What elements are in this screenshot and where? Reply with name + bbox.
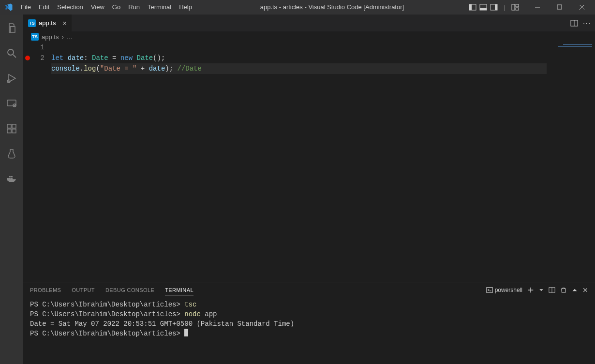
- menu-view[interactable]: View: [87, 0, 108, 15]
- svg-rect-27: [9, 176, 11, 177]
- menu-terminal[interactable]: Terminal: [144, 0, 175, 15]
- menu-selection[interactable]: Selection: [53, 0, 87, 15]
- layout-controls: |: [468, 3, 520, 12]
- code-token: //Date: [178, 65, 202, 73]
- svg-rect-22: [12, 129, 16, 133]
- panel-tab-output[interactable]: OUTPUT: [72, 285, 95, 295]
- line-number: 2: [32, 53, 45, 63]
- breakpoint-gutter[interactable]: [23, 42, 32, 282]
- menu-edit[interactable]: Edit: [35, 0, 53, 15]
- panel-tab-problems[interactable]: PROBLEMS: [30, 285, 61, 295]
- testing-icon[interactable]: [0, 144, 23, 163]
- code-token: let: [51, 54, 63, 62]
- line-number: 1: [32, 42, 45, 53]
- svg-rect-5: [495, 4, 497, 10]
- title-bar: File Edit Selection View Go Run Terminal…: [0, 0, 595, 15]
- minimap[interactable]: [547, 42, 595, 282]
- tab-label: app.ts: [39, 19, 56, 27]
- layout-right-icon[interactable]: [490, 3, 498, 12]
- code-token: Date: [92, 54, 108, 62]
- svg-rect-10: [557, 5, 562, 9]
- new-terminal-button[interactable]: [527, 287, 534, 293]
- split-editor-icon[interactable]: [570, 19, 578, 27]
- split-terminal-dropdown-icon[interactable]: [539, 288, 544, 292]
- menu-bar: File Edit Selection View Go Run Terminal…: [17, 0, 196, 15]
- code-token: date: [149, 65, 165, 73]
- svg-rect-26: [11, 178, 13, 179]
- panel-tab-debug[interactable]: DEBUG CONSOLE: [105, 285, 154, 295]
- terminal-shell-selector[interactable]: powershell: [486, 287, 522, 293]
- terminal-line: PS C:\Users\Ibrahim\Desktop\articles> ts…: [30, 301, 196, 308]
- window-title: app.ts - articles - Visual Studio Code […: [196, 0, 468, 15]
- menu-run[interactable]: Run: [124, 0, 144, 15]
- code-token: =: [108, 54, 120, 62]
- breadcrumb-tail: …: [67, 33, 73, 41]
- svg-rect-24: [7, 178, 9, 179]
- more-actions-icon[interactable]: ···: [583, 19, 591, 27]
- code-token: date: [68, 54, 84, 62]
- code-token: console: [51, 65, 80, 73]
- editor-tabs: TS app.ts × ···: [23, 15, 595, 31]
- window-minimize-button[interactable]: [526, 0, 549, 15]
- run-debug-icon[interactable]: [0, 69, 23, 88]
- typescript-file-icon: TS: [31, 33, 39, 41]
- menu-help[interactable]: Help: [175, 0, 196, 15]
- docker-icon[interactable]: [0, 169, 23, 189]
- code-token: +: [136, 65, 149, 73]
- layout-bottom-icon[interactable]: [479, 3, 488, 12]
- search-icon[interactable]: [0, 44, 23, 63]
- svg-rect-1: [469, 4, 472, 10]
- vscode-logo-icon: [0, 0, 17, 15]
- svg-rect-20: [7, 124, 11, 128]
- svg-point-13: [8, 49, 14, 55]
- tab-app-ts[interactable]: TS app.ts ×: [23, 15, 72, 31]
- kill-terminal-icon[interactable]: [560, 287, 567, 293]
- code-token: (: [96, 65, 100, 73]
- explorer-icon[interactable]: [0, 18, 23, 38]
- panel: PROBLEMS OUTPUT DEBUG CONSOLE TERMINAL p…: [23, 282, 595, 364]
- menu-file[interactable]: File: [17, 0, 35, 15]
- terminal-cursor: [184, 329, 188, 336]
- terminal-shell-label: powershell: [495, 287, 522, 293]
- svg-rect-21: [7, 129, 11, 133]
- remote-explorer-icon[interactable]: [0, 94, 23, 113]
- svg-marker-15: [9, 74, 15, 82]
- layout-left-icon[interactable]: [468, 3, 477, 12]
- svg-rect-8: [516, 8, 519, 10]
- svg-rect-25: [9, 178, 11, 179]
- terminal-output[interactable]: PS C:\Users\Ibrahim\Desktop\articles> ts…: [23, 298, 595, 346]
- breakpoint-icon[interactable]: [25, 56, 30, 60]
- terminal-line: PS C:\Users\Ibrahim\Desktop\articles>: [30, 330, 188, 337]
- typescript-file-icon: TS: [28, 19, 36, 27]
- svg-line-14: [13, 55, 16, 58]
- code-token: .: [80, 65, 84, 73]
- breadcrumb[interactable]: TS app.ts › …: [23, 31, 595, 42]
- svg-rect-28: [11, 176, 13, 177]
- window-close-button[interactable]: [571, 0, 593, 15]
- code-editor[interactable]: 1 2 let date: Date = new Date(); console…: [23, 42, 595, 282]
- split-terminal-icon[interactable]: [549, 287, 555, 293]
- chevron-right-icon: ›: [61, 33, 63, 41]
- window-maximize-button[interactable]: [549, 0, 571, 15]
- code-token: Date: [137, 54, 153, 62]
- code-token: new: [120, 54, 133, 62]
- extensions-icon[interactable]: [0, 119, 23, 138]
- code-token: ();: [153, 54, 165, 62]
- svg-rect-6: [512, 4, 515, 10]
- maximize-panel-icon[interactable]: [572, 287, 578, 293]
- panel-tab-terminal[interactable]: TERMINAL: [165, 285, 193, 295]
- terminal-icon: [486, 287, 493, 293]
- layout-customize-icon[interactable]: [511, 3, 520, 12]
- panel-tabs: PROBLEMS OUTPUT DEBUG CONSOLE TERMINAL p…: [23, 282, 595, 298]
- close-panel-icon[interactable]: [582, 287, 588, 293]
- terminal-line: PS C:\Users\Ibrahim\Desktop\articles> no…: [30, 310, 217, 318]
- svg-rect-7: [516, 4, 519, 7]
- code-token: "Date = ": [100, 65, 137, 73]
- svg-rect-3: [480, 8, 487, 10]
- svg-rect-23: [12, 124, 16, 128]
- terminal-line: Date = Sat May 07 2022 20:53:51 GMT+0500…: [30, 320, 294, 328]
- menu-go[interactable]: Go: [108, 0, 124, 15]
- activity-bar: [0, 15, 23, 364]
- code-token: :: [84, 54, 92, 62]
- tab-close-button[interactable]: ×: [62, 19, 66, 27]
